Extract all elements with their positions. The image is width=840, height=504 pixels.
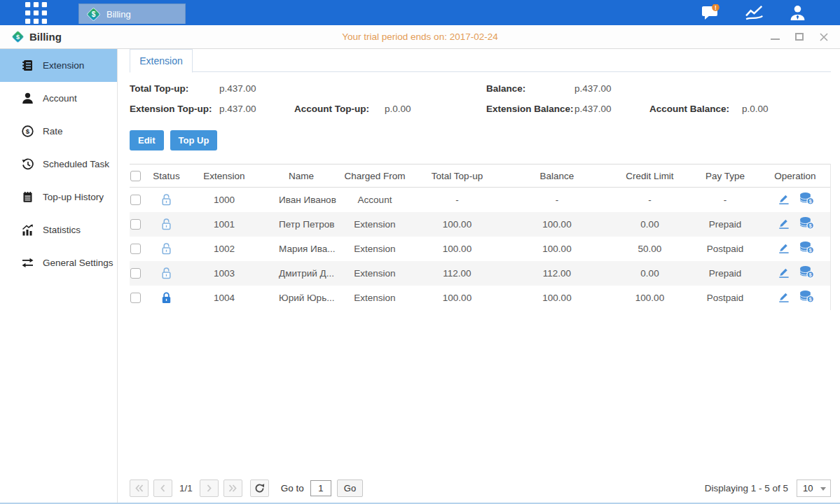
last-page-button[interactable]	[223, 479, 242, 497]
maximize-button[interactable]	[794, 32, 804, 42]
speech-bubble-icon: !	[701, 4, 720, 22]
window-title: Billing	[29, 31, 62, 43]
close-button[interactable]	[819, 32, 829, 42]
window-title-bar: $ Billing Your trial period ends on: 201…	[0, 25, 840, 49]
edit-pencil-icon[interactable]	[777, 265, 790, 279]
sidebar: Extension Account $ Rate Scheduled Task	[0, 49, 118, 503]
select-all-checkbox[interactable]	[130, 171, 141, 181]
page-size-value: 10	[803, 483, 813, 493]
edit-pencil-icon[interactable]	[777, 290, 790, 303]
sidebar-item-extension[interactable]: Extension	[0, 49, 117, 82]
extension-balance-label: Extension Balance:	[486, 104, 574, 114]
row-checkbox[interactable]	[130, 268, 141, 279]
bar-chart-icon	[22, 224, 34, 236]
page-size-select[interactable]: 10	[797, 479, 831, 497]
top-up-coins-icon[interactable]: $	[799, 290, 814, 303]
svg-text:$: $	[92, 10, 96, 18]
cell-total-topup: 100.00	[410, 212, 504, 237]
col-header-charged-from: Charged From	[340, 164, 410, 188]
chevron-down-icon	[820, 487, 826, 491]
cell-extension: 1002	[186, 237, 263, 261]
table-row[interactable]: 1003 Дмитрий Д... Extension 112.00 112.0…	[130, 261, 830, 286]
double-chevron-right-icon	[228, 484, 237, 492]
svg-text:$: $	[808, 272, 811, 278]
cell-name: Юрий Юрь...	[263, 286, 340, 310]
extension-topup-value: p.437.00	[219, 104, 294, 114]
top-up-coins-icon[interactable]: $	[799, 192, 814, 205]
double-chevron-left-icon	[135, 484, 144, 492]
cell-charged-from: Extension	[340, 286, 410, 310]
table-row[interactable]: 1000 Иван Иванов Account - - - -	[130, 188, 830, 212]
sidebar-item-label: Top-up History	[43, 192, 104, 202]
notepad-icon	[22, 191, 34, 203]
first-page-button[interactable]	[130, 479, 149, 497]
cell-credit-limit: -	[610, 188, 690, 212]
top-up-coins-icon[interactable]: $	[799, 241, 814, 254]
app-grid-menu-icon[interactable]	[25, 1, 48, 24]
clock-icon	[22, 158, 34, 170]
svg-text:$: $	[808, 223, 811, 229]
row-checkbox[interactable]	[130, 195, 141, 205]
messages-icon[interactable]: !	[701, 4, 720, 22]
cell-name: Дмитрий Д...	[263, 261, 340, 286]
row-checkbox[interactable]	[130, 293, 141, 303]
billing-diamond-icon: $	[86, 7, 101, 22]
tab-extension[interactable]: Extension	[130, 49, 193, 73]
cell-extension: 1001	[186, 212, 263, 237]
go-button[interactable]: Go	[337, 479, 363, 497]
statistics-monitor-icon[interactable]	[745, 5, 764, 20]
svg-text:$: $	[26, 127, 30, 135]
minimize-button[interactable]	[770, 32, 780, 42]
user-account-icon[interactable]	[789, 4, 806, 22]
sidebar-item-statistics[interactable]: Statistics	[0, 214, 117, 246]
maximize-icon	[795, 33, 804, 41]
edit-pencil-icon[interactable]	[777, 241, 790, 254]
page-indicator: 1/1	[179, 483, 193, 493]
svg-text:$: $	[808, 248, 811, 253]
chevron-left-icon	[160, 484, 165, 492]
refresh-icon	[254, 483, 265, 493]
edit-pencil-icon[interactable]	[777, 216, 790, 230]
table-row[interactable]: 1002 Мария Ива... Extension 100.00 100.0…	[130, 237, 830, 261]
row-checkbox[interactable]	[130, 219, 141, 230]
line-chart-icon	[745, 5, 764, 20]
table-row[interactable]: 1004 Юрий Юрь... Extension 100.00 100.00…	[130, 286, 830, 310]
cell-extension: 1000	[186, 188, 263, 212]
dollar-circle-icon: $	[22, 125, 34, 137]
refresh-button[interactable]	[250, 479, 269, 497]
top-up-coins-icon[interactable]: $	[799, 265, 814, 279]
col-header-status: Status	[147, 164, 186, 188]
sidebar-item-scheduled-task[interactable]: Scheduled Task	[0, 148, 117, 181]
cell-credit-limit: 0.00	[610, 261, 690, 286]
lock-icon	[160, 291, 172, 304]
goto-page-input[interactable]	[310, 480, 331, 496]
prev-page-button[interactable]	[153, 479, 172, 497]
sidebar-item-topup-history[interactable]: Top-up History	[0, 181, 117, 214]
balance-value: p.437.00	[574, 83, 612, 94]
sidebar-item-rate[interactable]: $ Rate	[0, 115, 117, 148]
sidebar-item-label: Rate	[43, 126, 63, 136]
top-app-bar: $ Billing !	[0, 0, 840, 25]
ledger-icon	[22, 59, 34, 71]
cell-extension: 1004	[186, 286, 263, 310]
next-page-button[interactable]	[200, 479, 219, 497]
table-row[interactable]: 1001 Петр Петров Extension 100.00 100.00…	[130, 212, 830, 237]
edit-button[interactable]: Edit	[130, 130, 164, 150]
cell-pay-type: Prepaid	[690, 212, 760, 237]
sidebar-item-account[interactable]: Account	[0, 82, 117, 115]
sidebar-item-general-settings[interactable]: General Settings	[0, 246, 117, 279]
app-tab-label: Billing	[106, 9, 131, 20]
edit-pencil-icon[interactable]	[777, 192, 790, 205]
extension-table: Status Extension Name Charged From Total…	[130, 164, 831, 310]
cell-balance: 100.00	[504, 212, 610, 237]
billing-diamond-icon: $	[11, 30, 25, 43]
top-up-button[interactable]: Top Up	[170, 130, 218, 150]
extension-topup-label: Extension Top-up:	[130, 104, 219, 114]
top-up-coins-icon[interactable]: $	[799, 216, 814, 230]
billing-app-tab[interactable]: $ Billing	[78, 4, 186, 24]
row-checkbox[interactable]	[130, 244, 141, 254]
account-topup-label: Account Top-up:	[294, 104, 385, 114]
total-topup-label: Total Top-up:	[130, 83, 219, 94]
cell-pay-type: Postpaid	[690, 237, 760, 261]
col-header-name: Name	[263, 164, 340, 188]
